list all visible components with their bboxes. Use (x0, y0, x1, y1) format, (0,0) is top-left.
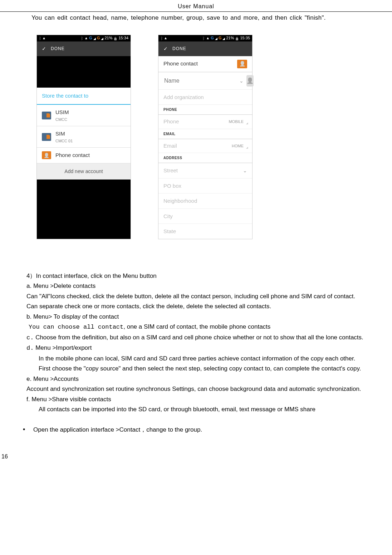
item-e-label: e. Menu >Accounts (26, 374, 384, 384)
dialog-item-phone-contact[interactable]: Phone contact (37, 148, 131, 163)
add-org-label: Add organization (163, 94, 204, 100)
dialog-item-sim[interactable]: SIM CMCC 01 (37, 126, 131, 148)
name-input[interactable] (163, 77, 236, 84)
email-field-row[interactable]: Email HOME (158, 139, 252, 153)
lock-icon (235, 35, 239, 41)
chevron-down-icon[interactable] (243, 166, 247, 175)
body-text: 4）In contact interface, click on the Men… (8, 271, 384, 301)
pobox-placeholder: PO box (163, 183, 181, 189)
item-label: SIM (55, 130, 73, 138)
state-field-row[interactable]: State (158, 224, 252, 239)
item-d-label: d. Menu >Import/export (26, 343, 384, 353)
wifi-icon (84, 35, 88, 41)
email-type-selector[interactable]: HOME (232, 143, 247, 149)
time-text: 15:35 (240, 35, 250, 41)
check-icon (42, 45, 46, 53)
screenshots-row: G G 21% 15:34 DONE Store the contact to (36, 35, 384, 239)
wifi-icon (206, 35, 210, 41)
signal-icon-2 (222, 35, 225, 41)
page-header: User Manual (0, 0, 392, 12)
add-account-button[interactable]: Add new account (37, 163, 131, 180)
store-contact-dialog: Store the contact to USIM CMCC SIM CMCC … (37, 88, 131, 180)
contact-type-selector[interactable]: Phone contact (158, 56, 252, 72)
check-icon (163, 45, 168, 53)
item-label: Phone contact (55, 151, 90, 159)
neighborhood-placeholder: Neighborhood (163, 198, 197, 204)
network-g-icon: G (89, 35, 92, 41)
done-bar[interactable]: DONE (158, 41, 252, 56)
city-field-row[interactable]: City (158, 209, 252, 224)
network-g-icon: G (211, 35, 214, 41)
status-bar: G G 21% 15:35 (158, 35, 252, 41)
signal-icon (93, 35, 96, 41)
battery-text: 21% (226, 35, 234, 41)
bluetooth-icon (39, 35, 41, 41)
contact-avatar-icon (237, 60, 247, 68)
wifi-icon (164, 35, 167, 41)
signal-icon-2 (101, 35, 103, 41)
address-section-label: ADDRESS (158, 153, 252, 163)
item-sub: CMCC 01 (55, 138, 73, 144)
item-b-text1: You can choose all contact, one a SIM ca… (29, 322, 384, 332)
lock-icon (113, 35, 117, 41)
item-a-label: a. Menu >Delete contacts (26, 281, 384, 291)
contact-icon (42, 151, 51, 159)
page-number: 16 (1, 452, 392, 461)
sim-icon (42, 133, 51, 141)
item-a-text1: Can "All"Icons checked, click the delete… (26, 292, 384, 301)
bluetooth-icon (81, 35, 83, 41)
item-e-text: Account and synchronization set routine … (8, 384, 392, 394)
photo-placeholder-icon[interactable] (246, 75, 254, 87)
item-d-text1: In the mobile phone can local, SIM card … (39, 354, 384, 363)
neighborhood-field-row[interactable]: Neighborhood (158, 193, 252, 209)
point-4: 4）In contact interface, click on the Men… (26, 271, 384, 281)
item-f-label: f. Menu >Share visible contacts (26, 395, 384, 404)
done-label: DONE (172, 45, 186, 52)
phone-field-row[interactable]: Phone MOBILE (158, 115, 252, 129)
name-field-row[interactable] (158, 72, 252, 90)
phone-type-selector[interactable]: MOBILE (229, 119, 247, 125)
dialog-item-usim[interactable]: USIM CMCC (37, 105, 131, 126)
email-section-label: EMAIL (158, 129, 252, 139)
done-bar[interactable]: DONE (37, 41, 131, 56)
item-f-text: All contacts can be imported into the SD… (39, 405, 384, 414)
signal-icon (215, 35, 217, 41)
item-d-text2: First choose the "copy source" and then … (39, 364, 384, 373)
network-g-orange-icon: G (219, 35, 222, 41)
screenshot-right: G G 21% 15:35 DONE Phone contact (158, 35, 253, 239)
wifi-icon (42, 35, 46, 41)
city-placeholder: City (163, 213, 173, 219)
sim-icon (42, 112, 51, 119)
state-placeholder: State (163, 228, 176, 234)
phone-section-label: PHONE (158, 105, 252, 115)
intro-text: You can edit contact head, name, telepho… (31, 13, 384, 23)
item-b: b. Menu> To display of the contact (26, 312, 384, 321)
street-field-row[interactable]: Street (158, 163, 252, 178)
bullet-open-app: Open the application interface >Contact，… (23, 425, 384, 434)
dialog-title: Store the contact to (37, 88, 131, 105)
item-c: c. Choose from the definition, but also … (26, 333, 384, 343)
item-label: USIM (55, 108, 69, 117)
add-organization-row[interactable]: Add organization (158, 90, 252, 105)
done-label: DONE (51, 45, 65, 52)
bluetooth-icon (161, 35, 163, 41)
item-sub: CMCC (55, 117, 69, 123)
contact-type-label: Phone contact (163, 60, 198, 68)
phone-placeholder: Phone (163, 118, 179, 126)
chevron-down-icon[interactable] (239, 76, 244, 85)
time-text: 15:34 (118, 35, 128, 41)
status-bar: G G 21% 15:34 (37, 35, 131, 41)
bluetooth-icon (202, 35, 205, 41)
battery-text: 21% (104, 35, 112, 41)
network-g-orange-icon: G (97, 35, 100, 41)
email-placeholder: Email (163, 142, 177, 150)
item-a-text2: Can separate check one or more contacts,… (26, 302, 384, 311)
street-placeholder: Street (163, 167, 219, 175)
pobox-field-row[interactable]: PO box (158, 178, 252, 194)
screenshot-left: G G 21% 15:34 DONE Store the contact to (36, 35, 131, 239)
